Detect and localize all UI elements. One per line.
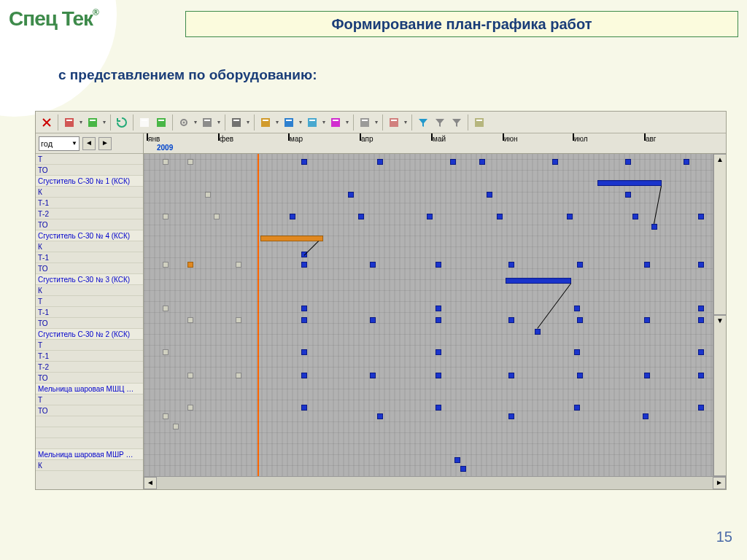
dropdown-caret-icon[interactable]: ▾ xyxy=(403,119,409,125)
tree-group[interactable]: Мельница шаровая МШЦ № 22 xyxy=(36,384,143,394)
gantt-marker[interactable] xyxy=(236,373,241,378)
chart-button[interactable] xyxy=(281,114,297,131)
tree-item[interactable]: ТО xyxy=(36,318,143,329)
gantt-marker[interactable] xyxy=(436,373,441,378)
gear-button[interactable] xyxy=(176,114,192,131)
equipment-tree[interactable]: ТТОСгуститель С-30 № 1 (КСК)КТ-1Т-2ТОСгу… xyxy=(36,154,143,489)
tree-group[interactable]: Мельница шаровая МШР № 15 xyxy=(36,449,143,460)
gantt-marker[interactable] xyxy=(301,373,307,378)
tree-item[interactable]: Т-2 xyxy=(36,362,143,373)
tree-item[interactable]: К xyxy=(36,241,143,252)
gantt-marker[interactable] xyxy=(436,405,441,411)
gantt-surface[interactable] xyxy=(144,154,726,476)
gantt-bar[interactable] xyxy=(506,278,571,284)
dropdown-caret-icon[interactable]: ▾ xyxy=(245,119,251,125)
doc-button[interactable] xyxy=(136,114,152,131)
gantt-marker[interactable] xyxy=(205,192,211,198)
gantt-marker[interactable] xyxy=(301,262,307,268)
gantt-marker[interactable] xyxy=(187,317,193,323)
filter-button[interactable] xyxy=(415,114,431,131)
gantt-marker[interactable] xyxy=(301,317,307,323)
tree-item[interactable]: Т xyxy=(36,154,143,165)
gantt-marker[interactable] xyxy=(377,413,383,419)
gantt-marker[interactable] xyxy=(577,373,583,378)
sheet-button[interactable] xyxy=(153,114,169,131)
gantt-marker[interactable] xyxy=(497,214,503,219)
gantt-marker[interactable] xyxy=(370,262,376,268)
gantt-marker[interactable] xyxy=(436,349,441,355)
gantt-marker[interactable] xyxy=(214,214,220,219)
gantt-marker[interactable] xyxy=(427,214,433,219)
stats-button[interactable] xyxy=(328,114,344,131)
gantt-marker[interactable] xyxy=(567,214,573,219)
find-button[interactable] xyxy=(199,114,215,131)
gantt-marker[interactable] xyxy=(684,159,689,165)
gantt-marker[interactable] xyxy=(644,262,650,268)
gantt-marker[interactable] xyxy=(301,349,307,355)
dropdown-caret-icon[interactable]: ▾ xyxy=(101,119,107,125)
group-green-button[interactable] xyxy=(85,114,101,131)
gantt-marker[interactable] xyxy=(301,306,307,311)
tree-item[interactable]: Т-2 xyxy=(36,209,143,219)
tree-item[interactable]: Т-1 xyxy=(36,307,143,318)
dropdown-caret-icon[interactable]: ▾ xyxy=(216,119,222,125)
gantt-marker[interactable] xyxy=(460,466,466,472)
gantt-marker[interactable] xyxy=(508,413,514,419)
gantt-bar[interactable] xyxy=(260,236,323,241)
gantt-marker[interactable] xyxy=(454,457,460,463)
gantt-marker[interactable] xyxy=(370,373,376,378)
gantt-marker[interactable] xyxy=(508,373,514,378)
tree-group[interactable]: Сгуститель С-30 № 1 (КСК) xyxy=(36,176,143,187)
gantt-chart[interactable]: 2009 янвфевмарапрмайиюниюлавг ▲ ▼ ◄ ► xyxy=(144,133,726,489)
scroll-up-button[interactable]: ▲ xyxy=(713,154,726,315)
gantt-marker[interactable] xyxy=(236,262,241,268)
gantt-marker[interactable] xyxy=(577,317,583,323)
gantt-marker[interactable] xyxy=(574,306,580,311)
dropdown-caret-icon[interactable]: ▾ xyxy=(193,119,198,125)
close-button[interactable] xyxy=(39,114,55,131)
gantt-marker[interactable] xyxy=(450,159,456,165)
gantt-marker[interactable] xyxy=(187,373,193,378)
tree-item[interactable]: Т xyxy=(36,296,143,307)
dropdown-caret-icon[interactable]: ▾ xyxy=(78,119,84,125)
gantt-marker[interactable] xyxy=(643,413,649,419)
gantt-marker[interactable] xyxy=(163,306,169,311)
gantt-marker[interactable] xyxy=(377,159,383,165)
period-select[interactable]: год▼ xyxy=(39,136,80,151)
dropdown-caret-icon[interactable]: ▾ xyxy=(274,119,280,125)
tree-item[interactable]: ТО xyxy=(36,219,143,230)
tree-item[interactable]: Т-1 xyxy=(36,198,143,209)
scroll-left-button[interactable]: ◄ xyxy=(144,477,157,489)
tree-item[interactable]: ТО xyxy=(36,373,143,384)
gantt-marker[interactable] xyxy=(290,214,295,219)
dropdown-caret-icon[interactable]: ▾ xyxy=(321,119,327,125)
scroll-down-button[interactable]: ▼ xyxy=(713,315,726,476)
tree-item[interactable]: К xyxy=(36,285,143,296)
gantt-marker[interactable] xyxy=(436,306,441,311)
dropdown-caret-icon[interactable]: ▾ xyxy=(344,119,350,125)
tree-group[interactable]: Сгуститель С-30 № 2 (КСК) xyxy=(36,329,143,340)
group-red-button[interactable] xyxy=(61,114,77,131)
gantt-marker[interactable] xyxy=(644,373,650,378)
gantt-marker[interactable] xyxy=(187,159,193,165)
tree-item[interactable]: ТО xyxy=(36,405,143,416)
tree-item[interactable] xyxy=(36,416,143,427)
filter-add-button[interactable] xyxy=(432,114,448,131)
gantt-marker[interactable] xyxy=(301,252,307,257)
gantt-marker[interactable] xyxy=(163,349,169,355)
tree-item[interactable]: Т xyxy=(36,340,143,351)
period-next-button[interactable]: ► xyxy=(98,137,112,150)
gantt-marker[interactable] xyxy=(577,262,583,268)
gantt-marker[interactable] xyxy=(187,405,193,411)
gantt-marker[interactable] xyxy=(479,159,485,165)
gantt-marker[interactable] xyxy=(508,317,514,323)
gantt-marker[interactable] xyxy=(301,405,307,411)
gantt-marker[interactable] xyxy=(173,424,179,429)
tree-item[interactable]: К xyxy=(36,187,143,198)
gantt-marker[interactable] xyxy=(698,306,704,311)
gantt-marker[interactable] xyxy=(698,349,704,355)
dropdown-caret-icon[interactable]: ▾ xyxy=(374,119,379,125)
gantt-marker[interactable] xyxy=(698,214,704,219)
gantt-marker[interactable] xyxy=(163,159,169,165)
gantt-marker[interactable] xyxy=(632,214,638,219)
